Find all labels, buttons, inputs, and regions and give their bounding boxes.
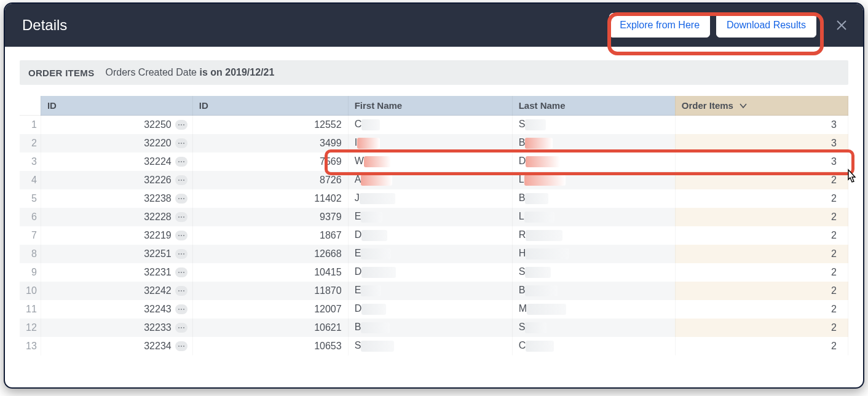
cell-last-name[interactable]: D: [512, 152, 675, 171]
table-row[interactable]: 332224⋯7569WD3: [20, 152, 848, 171]
cell-id-2[interactable]: 10653: [192, 337, 348, 355]
row-actions-icon[interactable]: ⋯: [175, 120, 187, 130]
cell-order-items[interactable]: 2: [675, 171, 848, 189]
cell-order-items[interactable]: 2: [675, 282, 848, 300]
cell-first-name[interactable]: B: [348, 319, 512, 337]
cell-last-name[interactable]: R: [512, 226, 675, 245]
cell-id-1[interactable]: 32251⋯: [41, 245, 192, 263]
cell-last-name[interactable]: L: [512, 208, 675, 226]
cell-order-items[interactable]: 2: [675, 337, 848, 355]
table-row[interactable]: 1332234⋯10653SC2: [20, 337, 848, 355]
cell-order-items[interactable]: 2: [675, 263, 848, 282]
cell-first-name[interactable]: D: [348, 226, 512, 245]
cell-first-name[interactable]: W: [348, 152, 512, 171]
cell-first-name[interactable]: D: [348, 263, 512, 282]
cell-order-items[interactable]: 2: [675, 189, 848, 208]
cell-last-name[interactable]: B: [512, 189, 675, 208]
cell-id-1[interactable]: 32234⋯: [41, 337, 192, 355]
col-first-name[interactable]: First Name: [348, 96, 512, 116]
col-order-items[interactable]: Order Items: [675, 96, 848, 116]
cell-last-name[interactable]: S: [512, 263, 675, 282]
cell-last-name[interactable]: B: [512, 282, 675, 300]
redacted-text: [361, 304, 386, 315]
row-actions-icon[interactable]: ⋯: [175, 194, 187, 204]
cell-id-1[interactable]: 32226⋯: [41, 171, 192, 189]
cell-first-name[interactable]: S: [348, 337, 512, 355]
cell-first-name[interactable]: E: [348, 282, 512, 300]
cell-order-items[interactable]: 3: [675, 152, 848, 171]
table-row[interactable]: 1132243⋯12007DM2: [20, 300, 848, 319]
cell-first-name[interactable]: A: [348, 171, 512, 189]
cell-order-items[interactable]: 3: [675, 116, 848, 134]
cell-id-1[interactable]: 32243⋯: [41, 300, 192, 319]
row-actions-icon[interactable]: ⋯: [175, 138, 187, 148]
cell-order-items[interactable]: 2: [675, 208, 848, 226]
cell-id-2[interactable]: 12668: [192, 245, 348, 263]
cell-first-name[interactable]: C: [348, 116, 512, 134]
cell-id-2[interactable]: 3499: [192, 134, 348, 152]
row-actions-icon[interactable]: ⋯: [175, 212, 187, 222]
cell-id-2[interactable]: 12007: [192, 300, 348, 319]
cell-first-name[interactable]: D: [348, 300, 512, 319]
cell-order-items[interactable]: 2: [675, 319, 848, 337]
cell-first-name[interactable]: J: [348, 189, 512, 208]
row-actions-icon[interactable]: ⋯: [175, 157, 187, 167]
cell-order-items[interactable]: 3: [675, 134, 848, 152]
cell-id-2[interactable]: 12552: [192, 116, 348, 134]
row-actions-icon[interactable]: ⋯: [175, 323, 187, 333]
cell-order-items[interactable]: 2: [675, 245, 848, 263]
download-results-button[interactable]: Download Results: [716, 13, 816, 38]
table-row[interactable]: 132250⋯12552CS3: [20, 116, 848, 134]
cell-id-1[interactable]: 32231⋯: [41, 263, 192, 282]
cell-order-items[interactable]: 2: [675, 226, 848, 245]
cell-last-name[interactable]: H: [512, 245, 675, 263]
cell-id-2[interactable]: 9379: [192, 208, 348, 226]
cell-last-name[interactable]: S: [512, 116, 675, 134]
table-row[interactable]: 1032242⋯11870EB2: [20, 282, 848, 300]
cell-id-1[interactable]: 32238⋯: [41, 189, 192, 208]
cell-id-1[interactable]: 32228⋯: [41, 208, 192, 226]
cell-id-1[interactable]: 32250⋯: [41, 116, 192, 134]
cell-first-name[interactable]: E: [348, 208, 512, 226]
row-actions-icon[interactable]: ⋯: [175, 175, 187, 185]
col-last-name[interactable]: Last Name: [512, 96, 675, 116]
cell-id-1[interactable]: 32233⋯: [41, 319, 192, 337]
cell-order-items[interactable]: 2: [675, 300, 848, 319]
table-row[interactable]: 532238⋯11402JB2: [20, 189, 848, 208]
cell-id-1[interactable]: 32219⋯: [41, 226, 192, 245]
cell-id-2[interactable]: 11870: [192, 282, 348, 300]
col-id-1[interactable]: ID: [41, 96, 192, 116]
table-row[interactable]: 732219⋯1867DR2: [20, 226, 848, 245]
table-row[interactable]: 1232233⋯10621BS2: [20, 319, 848, 337]
table-row[interactable]: 932231⋯10415DS2: [20, 263, 848, 282]
cell-id-2[interactable]: 8726: [192, 171, 348, 189]
row-actions-icon[interactable]: ⋯: [175, 267, 187, 277]
cell-last-name[interactable]: C: [512, 337, 675, 355]
cell-last-name[interactable]: B: [512, 134, 675, 152]
close-button[interactable]: [831, 15, 852, 36]
col-id-2[interactable]: ID: [192, 96, 348, 116]
row-actions-icon[interactable]: ⋯: [175, 304, 187, 314]
row-actions-icon[interactable]: ⋯: [175, 341, 187, 351]
cell-first-name[interactable]: I: [348, 134, 512, 152]
table-row[interactable]: 632228⋯9379EL2: [20, 208, 848, 226]
cell-id-1[interactable]: 32242⋯: [41, 282, 192, 300]
table-row[interactable]: 232220⋯3499IB3: [20, 134, 848, 152]
cell-id-1[interactable]: 32224⋯: [41, 152, 192, 171]
table-row[interactable]: 832251⋯12668EH2: [20, 245, 848, 263]
cell-id-1[interactable]: 32220⋯: [41, 134, 192, 152]
cell-last-name[interactable]: M: [512, 300, 675, 319]
cell-last-name[interactable]: L: [512, 171, 675, 189]
cell-id-2[interactable]: 11402: [192, 189, 348, 208]
row-actions-icon[interactable]: ⋯: [175, 231, 187, 240]
cell-id-2[interactable]: 10621: [192, 319, 348, 337]
cell-first-name[interactable]: E: [348, 245, 512, 263]
explore-from-here-button[interactable]: Explore from Here: [609, 13, 710, 38]
row-actions-icon[interactable]: ⋯: [175, 249, 187, 259]
cell-id-2[interactable]: 7569: [192, 152, 348, 171]
cell-last-name[interactable]: S: [512, 319, 675, 337]
row-actions-icon[interactable]: ⋯: [175, 286, 187, 296]
cell-id-2[interactable]: 1867: [192, 226, 348, 245]
cell-id-2[interactable]: 10415: [192, 263, 348, 282]
table-row[interactable]: 432226⋯8726AL2: [20, 171, 848, 189]
